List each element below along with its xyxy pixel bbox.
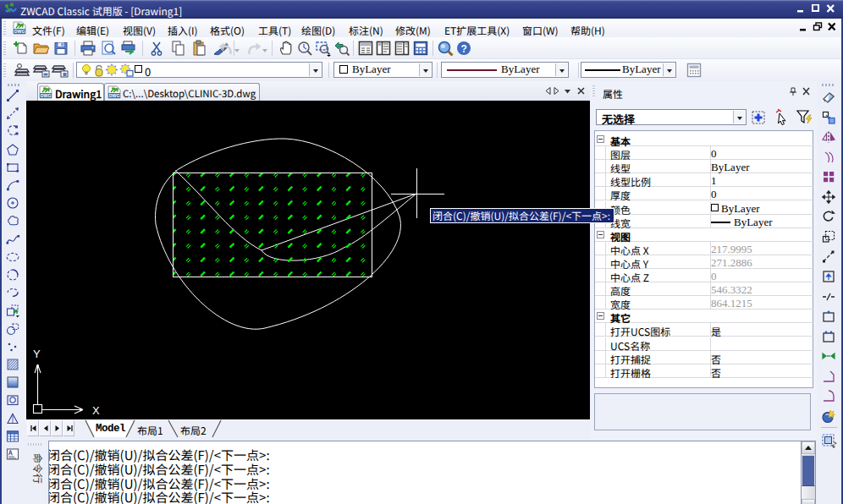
svg-text:Y: Y	[33, 348, 41, 360]
svg-text:A: A	[8, 447, 13, 457]
svg-text:DWG: DWG	[41, 93, 52, 98]
svg-text:DWG: DWG	[109, 93, 120, 98]
svg-text:X: X	[92, 404, 100, 417]
svg-text:?: ?	[461, 43, 467, 55]
svg-text:DWG: DWG	[14, 29, 25, 34]
